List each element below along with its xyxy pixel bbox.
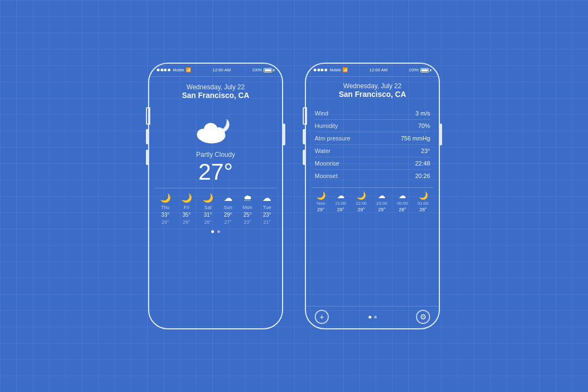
forecast-item: ☁ Sun 29° 27° — [224, 193, 232, 225]
forecast-low: 23° — [244, 219, 252, 225]
timeline-temp: 28° — [399, 207, 406, 212]
forecast-high: 35° — [182, 212, 191, 218]
timeline-item: ☁ 00:00 28° — [397, 191, 408, 212]
signal-dot — [161, 69, 163, 71]
detail-label: Atm pressure — [315, 135, 350, 142]
forecast-low: 27° — [224, 219, 232, 225]
date-location-1: Wednesday, July 22 San Francisco, CA — [155, 83, 277, 100]
forecast-day: Tue — [263, 205, 271, 210]
power-button — [283, 124, 285, 145]
forecast-high: 25° — [243, 212, 252, 218]
battery-tip-1 — [273, 69, 274, 71]
detail-value: 22:48 — [415, 160, 430, 167]
timeline-item: ☁ 23:00 29° — [376, 191, 387, 212]
bottom-toolbar: + ⚙ — [306, 306, 439, 328]
add-icon: + — [320, 313, 324, 321]
detail-value: 3 m/s — [415, 110, 430, 117]
phone-1: Mobile 📶 12:00 AM 100% Wednesday, July 2… — [148, 63, 283, 329]
time-label: 00:00 — [397, 201, 408, 206]
timeline-temp: 29° — [378, 207, 386, 212]
time-label: 22:00 — [356, 201, 367, 206]
forecast-icon: 🌙 — [203, 193, 213, 203]
forecast-high: 23° — [263, 212, 271, 218]
signal-dot — [168, 69, 170, 71]
toolbar-dot-active — [369, 316, 371, 318]
forecast-item: 🌧 Mon 25° 23° — [243, 193, 253, 225]
timeline-item: 🌙 Now 29° — [316, 191, 326, 212]
detail-row: Water 23° — [315, 145, 430, 157]
toolbar-dots — [369, 316, 377, 318]
volume-down-button — [146, 150, 148, 165]
time-label: 21:00 — [335, 201, 346, 206]
battery-body-1 — [264, 68, 272, 72]
detail-value: 20:26 — [415, 173, 430, 179]
status-time-1: 12:00 AM — [212, 68, 231, 72]
timeline-item: 🌙 01:00 28° — [418, 191, 428, 212]
battery-fill-1 — [265, 69, 271, 71]
forecast-low: 21° — [264, 219, 271, 225]
forecast-item: ☁ Tue 23° 21° — [262, 193, 271, 225]
carrier-label-2: Mobile — [330, 68, 341, 72]
settings-button[interactable]: ⚙ — [416, 310, 430, 324]
toolbar-dot — [374, 316, 377, 318]
forecast-high: 33° — [161, 212, 169, 218]
detail-row: Atm pressure 756 mmHg — [315, 132, 430, 145]
forecast-icon: 🌙 — [181, 193, 192, 203]
forecast-icon: ☁ — [262, 193, 271, 203]
detail-row: Humidity 70% — [315, 120, 430, 132]
status-time-2: 12:00 AM — [369, 68, 388, 72]
time-label: Now — [316, 201, 325, 206]
forecast-row-1: 🌙 Thu 33° 29° 🌙 Fri 35° 29° 🌙 Sat 31° 28… — [155, 188, 277, 225]
city-text-1: San Francisco, CA — [155, 91, 277, 100]
forecast-low: 28° — [204, 219, 212, 225]
timeline-item: 🌙 22:00 29° — [356, 191, 367, 212]
forecast-icon: 🌧 — [243, 193, 252, 203]
timeline-icon: 🌙 — [316, 191, 326, 200]
wifi-icon-2: 📶 — [342, 68, 348, 72]
weather-condition-1: Partly Cloudy — [155, 151, 277, 158]
timeline-icon: ☁ — [399, 191, 406, 200]
forecast-high: 31° — [204, 212, 212, 218]
signal-dot — [164, 69, 167, 71]
status-left-1: Mobile 📶 — [157, 68, 191, 72]
timeline-icon: ☁ — [378, 191, 385, 200]
timeline-row: 🌙 Now 29° ☁ 21:00 29° 🌙 22:00 29° ☁ 23:0… — [311, 187, 433, 213]
signal-dot — [324, 69, 327, 71]
forecast-low: 29° — [162, 219, 169, 225]
city-text-2: San Francisco, CA — [311, 90, 433, 99]
forecast-item: 🌙 Thu 33° 29° — [160, 193, 171, 225]
battery-tip-2 — [430, 69, 431, 71]
volume-up-button — [146, 129, 148, 144]
weather-icon-main — [155, 109, 277, 148]
forecast-day: Sat — [204, 205, 212, 210]
status-right-1: 100% — [252, 68, 274, 72]
date-text-2: Wednesday, July 22 — [311, 82, 433, 90]
time-label: 01:00 — [418, 201, 428, 206]
battery-icon-2 — [420, 68, 431, 72]
timeline-temp: 28° — [419, 207, 427, 212]
status-right-2: 100% — [409, 68, 431, 72]
timeline-icon: 🌙 — [357, 191, 366, 200]
detail-label: Water — [315, 148, 330, 154]
forecast-icon: ☁ — [224, 193, 232, 203]
detail-value: 70% — [418, 122, 430, 129]
power-button-2 — [440, 124, 442, 145]
carrier-label-1: Mobile — [173, 68, 185, 72]
detail-label: Moonrise — [315, 160, 339, 167]
status-bar-2: Mobile 📶 12:00 AM 100% — [306, 64, 439, 77]
details-section: Wind 3 m/s Humidity 70% Atm pressure 756… — [306, 103, 439, 182]
date-location-2: Wednesday, July 22 San Francisco, CA — [306, 82, 439, 99]
forecast-low: 29° — [183, 219, 191, 225]
signal-dot — [157, 69, 160, 71]
forecast-icon: 🌙 — [160, 193, 171, 203]
detail-label: Wind — [315, 110, 328, 117]
detail-value: 23° — [421, 148, 430, 154]
volume-up-button-2 — [303, 129, 305, 144]
detail-label: Moonset — [315, 173, 338, 179]
add-button[interactable]: + — [315, 310, 329, 324]
forecast-day: Mon — [243, 205, 253, 210]
signal-dots-1 — [157, 69, 170, 71]
timeline-temp: 29° — [337, 207, 345, 212]
battery-icon-1 — [264, 68, 274, 72]
detail-value: 756 mmHg — [401, 135, 430, 142]
